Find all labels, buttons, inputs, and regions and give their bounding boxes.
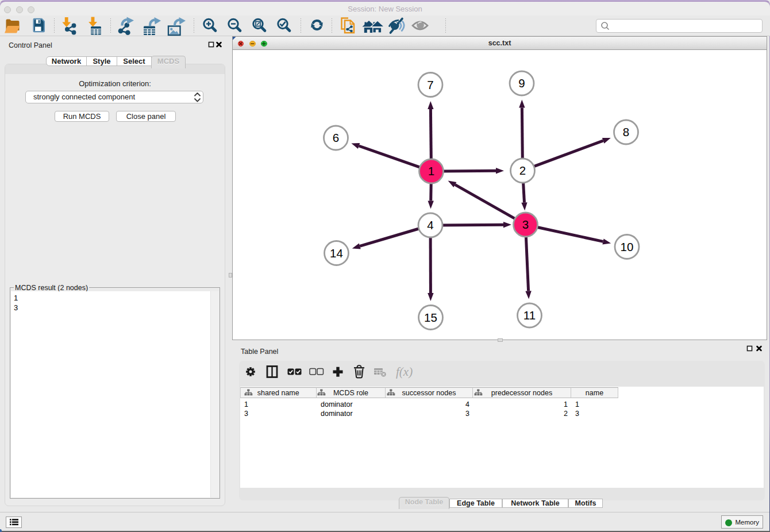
svg-text:7: 7 bbox=[427, 78, 433, 91]
svg-text:1: 1 bbox=[428, 164, 434, 178]
svg-text:11: 11 bbox=[523, 309, 536, 322]
svg-text:3: 3 bbox=[522, 218, 529, 231]
svg-text:10: 10 bbox=[621, 240, 634, 253]
svg-text:f(x): f(x) bbox=[396, 365, 413, 379]
svg-text:15: 15 bbox=[424, 311, 437, 324]
svg-text:4: 4 bbox=[427, 218, 433, 232]
svg-text:14: 14 bbox=[330, 246, 343, 260]
svg-text:9: 9 bbox=[518, 76, 525, 90]
svg-text:8: 8 bbox=[623, 125, 629, 138]
svg-text:6: 6 bbox=[333, 131, 339, 144]
svg-text:2: 2 bbox=[519, 164, 526, 177]
